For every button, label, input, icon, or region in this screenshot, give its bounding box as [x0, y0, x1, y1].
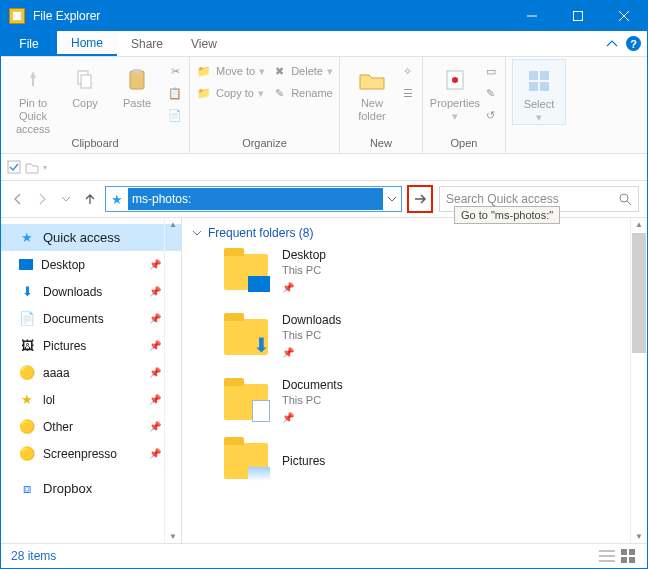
- tile-downloads[interactable]: ⬇ DownloadsThis PC📌: [224, 313, 647, 360]
- copy-button[interactable]: Copy: [59, 59, 111, 110]
- pin-icon: [21, 68, 45, 92]
- help-button[interactable]: ?: [626, 36, 641, 51]
- pin-icon: 📌: [149, 259, 161, 270]
- svg-rect-23: [629, 557, 635, 563]
- file-menu[interactable]: File: [1, 31, 57, 56]
- easy-access-button[interactable]: ☰: [400, 85, 416, 101]
- desktop-overlay-icon: [248, 276, 270, 292]
- ribbon: Pin to Quickaccess Copy Paste ✂ 📋 📄 Clip…: [1, 57, 647, 154]
- address-bar[interactable]: ★: [105, 186, 402, 212]
- back-icon: [11, 192, 25, 206]
- address-dropdown[interactable]: [383, 194, 401, 204]
- ribbon-group-clipboard: Pin to Quickaccess Copy Paste ✂ 📋 📄 Clip…: [1, 57, 190, 153]
- folder-icon: 🟡: [19, 365, 35, 381]
- back-button[interactable]: [9, 190, 27, 208]
- section-frequent-folders[interactable]: Frequent folders (8): [182, 218, 647, 244]
- copy-to-icon: 📁: [196, 85, 212, 101]
- scissors-icon: ✂: [167, 63, 183, 79]
- forward-button[interactable]: [33, 190, 51, 208]
- svg-line-16: [627, 201, 631, 205]
- rename-button[interactable]: ✎Rename: [271, 85, 333, 101]
- up-button[interactable]: [81, 190, 99, 208]
- paste-shortcut-icon: 📄: [167, 107, 183, 123]
- details-view-button[interactable]: [599, 549, 615, 563]
- address-input[interactable]: [128, 188, 383, 210]
- new-item-icon: ✧: [400, 63, 416, 79]
- history-icon: ↺: [483, 107, 499, 123]
- recent-locations-button[interactable]: [57, 190, 75, 208]
- download-overlay-icon: ⬇: [253, 333, 270, 357]
- desktop-icon: [19, 259, 33, 270]
- sidebar-item-screenpresso[interactable]: 🟡Screenpresso📌: [1, 440, 181, 467]
- close-button[interactable]: [601, 1, 647, 31]
- picture-overlay-icon: [248, 467, 270, 481]
- tab-share[interactable]: Share: [117, 31, 177, 56]
- sidebar-item-lol[interactable]: ★lol📌: [1, 386, 181, 413]
- nav-pane[interactable]: ★Quick access Desktop📌 ⬇Downloads📌 📄Docu…: [1, 218, 182, 543]
- properties-button[interactable]: Properties▾: [429, 59, 481, 123]
- svg-rect-13: [540, 82, 549, 91]
- sidebar-item-downloads[interactable]: ⬇Downloads📌: [1, 278, 181, 305]
- pin-icon: 📌: [149, 421, 161, 432]
- pin-icon: 📌: [149, 448, 161, 459]
- tab-view[interactable]: View: [177, 31, 231, 56]
- delete-button[interactable]: ✖Delete▾: [271, 63, 333, 79]
- pin-icon: 📌: [149, 313, 161, 324]
- star-icon: ★: [19, 392, 35, 408]
- sidebar-item-pictures[interactable]: 🖼Pictures📌: [1, 332, 181, 359]
- minimize-button[interactable]: [509, 1, 555, 31]
- qat-folder-icon[interactable]: [25, 160, 39, 174]
- new-folder-button[interactable]: Newfolder: [346, 59, 398, 123]
- qat-checkbox-icon[interactable]: [7, 160, 21, 174]
- paste-shortcut-button[interactable]: 📄: [167, 107, 183, 123]
- pin-icon: 📌: [149, 394, 161, 405]
- content-pane[interactable]: Frequent folders (8) DesktopThis PC📌 ⬇ D…: [182, 218, 647, 543]
- svg-rect-22: [621, 557, 627, 563]
- delete-icon: ✖: [271, 63, 287, 79]
- sidebar-scrollbar[interactable]: ▲▼: [164, 218, 181, 543]
- svg-rect-5: [81, 75, 91, 88]
- tab-home[interactable]: Home: [57, 31, 117, 56]
- open-button[interactable]: ▭: [483, 63, 499, 79]
- document-overlay-icon: [252, 400, 270, 422]
- quick-access-toolbar: ▾: [1, 154, 647, 181]
- properties-icon: [444, 68, 466, 92]
- arrow-right-icon: [413, 192, 427, 206]
- content-scrollbar[interactable]: ▲▼: [630, 218, 647, 543]
- pin-icon: 📌: [149, 340, 161, 351]
- tile-desktop[interactable]: DesktopThis PC📌: [224, 248, 647, 295]
- svg-rect-20: [621, 549, 627, 555]
- go-button[interactable]: [407, 185, 433, 213]
- select-button[interactable]: Select▾: [512, 59, 566, 125]
- titlebar: File Explorer: [1, 1, 647, 31]
- tile-list: DesktopThis PC📌 ⬇ DownloadsThis PC📌 Docu…: [182, 244, 647, 479]
- edit-button[interactable]: ✎: [483, 85, 499, 101]
- sidebar-item-aaaa[interactable]: 🟡aaaa📌: [1, 359, 181, 386]
- tiles-view-button[interactable]: [621, 549, 637, 563]
- maximize-button[interactable]: [555, 1, 601, 31]
- sidebar-dropbox[interactable]: ⧈Dropbox: [1, 475, 181, 502]
- pin-quick-access-button[interactable]: Pin to Quickaccess: [7, 59, 59, 136]
- move-to-button[interactable]: 📁Move to▾: [196, 63, 265, 79]
- paste-button[interactable]: Paste: [111, 59, 163, 110]
- tile-documents[interactable]: DocumentsThis PC📌: [224, 378, 647, 425]
- sidebar-item-documents[interactable]: 📄Documents📌: [1, 305, 181, 332]
- easy-access-icon: ☰: [400, 85, 416, 101]
- history-button[interactable]: ↺: [483, 107, 499, 123]
- sidebar-item-desktop[interactable]: Desktop📌: [1, 251, 181, 278]
- sidebar-item-other[interactable]: 🟡Other📌: [1, 413, 181, 440]
- pin-icon: 📌: [149, 367, 161, 378]
- cut-button[interactable]: ✂: [167, 63, 183, 79]
- copy-to-button[interactable]: 📁Copy to▾: [196, 85, 265, 101]
- scrollbar-thumb[interactable]: [632, 233, 646, 353]
- new-item-button[interactable]: ✧: [400, 63, 416, 79]
- minimize-ribbon-icon[interactable]: [606, 38, 618, 50]
- svg-rect-11: [540, 71, 549, 80]
- tile-pictures[interactable]: Pictures: [224, 443, 647, 479]
- svg-point-9: [452, 77, 458, 83]
- copy-path-button[interactable]: 📋: [167, 85, 183, 101]
- svg-rect-14: [8, 161, 20, 173]
- sidebar-quick-access[interactable]: ★Quick access: [1, 224, 181, 251]
- edit-icon: ✎: [483, 85, 499, 101]
- folder-icon: 🟡: [19, 419, 35, 435]
